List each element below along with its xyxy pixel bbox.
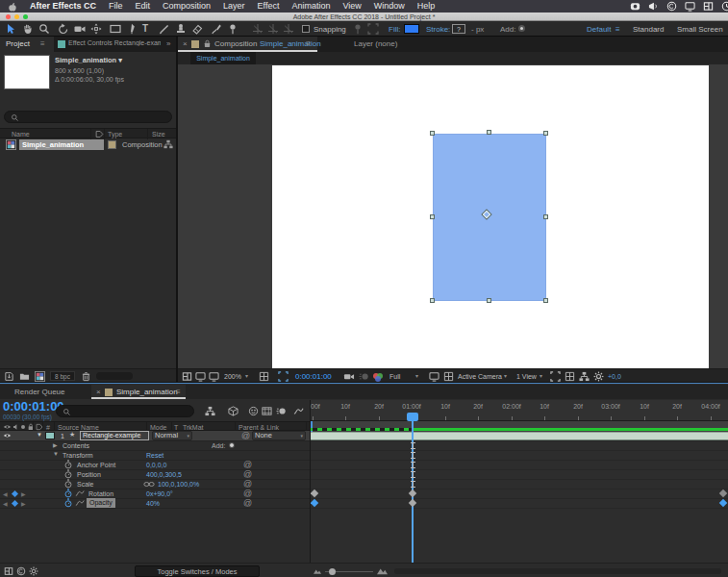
opacity-label[interactable]: Opacity xyxy=(87,498,115,508)
rotation-keyframe-start[interactable] xyxy=(311,489,318,497)
exposure-grid-icon[interactable] xyxy=(565,371,575,382)
column-size[interactable]: Size xyxy=(152,130,165,138)
hand-tool[interactable] xyxy=(22,23,34,35)
camera-tool[interactable] xyxy=(74,23,86,35)
selection-handle-bottom-center[interactable] xyxy=(487,298,491,303)
local-axis-mode-icon[interactable] xyxy=(252,23,264,35)
new-folder-icon[interactable] xyxy=(19,371,30,382)
layer-duration-bar[interactable] xyxy=(311,432,728,440)
menu-item-file[interactable]: File xyxy=(109,1,123,12)
opacity-keyframe-1s[interactable] xyxy=(409,499,416,507)
layer-row[interactable]: ▼ 1 ★ Rectangle-example Normal ▾ @ None … xyxy=(0,431,310,440)
composition-canvas[interactable] xyxy=(272,65,709,368)
transform-reset-button[interactable]: Reset xyxy=(146,451,163,460)
opacity-keyframe-start[interactable] xyxy=(311,499,318,507)
tab-composition[interactable]: × Composition Simple_animation ≡ xyxy=(178,37,317,52)
traffic-light-minimize[interactable] xyxy=(14,14,19,19)
comp-tab-close-icon[interactable]: × xyxy=(183,39,188,49)
selection-handle-top-right[interactable] xyxy=(543,131,548,136)
selection-handle-top-left[interactable] xyxy=(430,131,435,136)
type-tool[interactable]: T xyxy=(142,23,148,34)
property-row-rotation[interactable]: ◀ ▶ Rotation 0x+90,0° @ xyxy=(0,489,310,498)
camera-view-select[interactable]: Active Camera xyxy=(458,372,502,381)
stroke-width-value[interactable]: - px xyxy=(471,25,484,35)
selection-handle-top-center[interactable] xyxy=(487,130,491,135)
hide-shy-layers-icon[interactable] xyxy=(248,406,259,416)
timeline-search-input[interactable] xyxy=(56,405,194,417)
contents-label[interactable]: Contents xyxy=(63,441,89,450)
timeline-tab-close-icon[interactable]: × xyxy=(96,388,101,397)
transform-label[interactable]: Transform xyxy=(63,451,93,460)
world-axis-mode-icon[interactable] xyxy=(267,23,279,35)
comp-viewer[interactable] xyxy=(178,64,728,368)
timeline-graph-area[interactable]: 0:00f 10f 20f 01:00f 10f 20f 02:00f 10f … xyxy=(311,400,728,563)
rotation-tool[interactable] xyxy=(58,23,69,35)
selection-handle-bottom-right[interactable] xyxy=(543,298,548,303)
selection-handle-mid-right[interactable] xyxy=(543,214,548,219)
layer-visibility-eye-icon[interactable] xyxy=(3,433,12,439)
selection-handle-mid-left[interactable] xyxy=(430,214,435,219)
toggle-switches-modes-button[interactable]: Toggle Switches / Modes xyxy=(135,565,260,577)
position-stopwatch-icon[interactable] xyxy=(63,469,73,479)
workspace-small-screen[interactable]: Small Screen xyxy=(677,25,723,35)
opacity-keyframe-offscreen[interactable] xyxy=(719,499,727,507)
frame-blending-icon[interactable] xyxy=(262,406,272,416)
project-item-label-swatch[interactable] xyxy=(108,140,116,149)
tab-effect-controls[interactable]: Effect Controls Rectangle-examp xyxy=(55,37,163,52)
exposure-gear-icon[interactable] xyxy=(593,371,604,382)
mini-flowchart-icon[interactable] xyxy=(579,371,590,382)
property-row-anchor-point[interactable]: Anchor Point 0,0,0,0 @ xyxy=(0,460,310,469)
pixel-aspect-icon[interactable] xyxy=(550,371,561,382)
transparency-grid-icon[interactable] xyxy=(443,371,454,382)
opacity-add-keyframe-diamond[interactable] xyxy=(12,499,18,506)
motion-blur-icon[interactable] xyxy=(276,406,287,416)
rectangle-tool[interactable] xyxy=(110,23,121,35)
camera-caret-icon[interactable]: ▾ xyxy=(504,372,507,379)
rotation-keyframe-1s[interactable] xyxy=(409,489,416,497)
pan-behind-tool[interactable] xyxy=(90,23,102,35)
selection-tool[interactable] xyxy=(5,23,16,35)
zoom-out-mountain-icon[interactable] xyxy=(314,568,321,574)
column-name[interactable]: Name xyxy=(12,130,30,138)
comp-panel-menu-icon[interactable]: ≡ xyxy=(306,39,311,49)
anchor-point-label[interactable]: Anchor Point xyxy=(77,461,115,469)
menu-item-window[interactable]: Window xyxy=(374,1,405,12)
region-of-interest-icon[interactable] xyxy=(278,371,289,382)
expand-layer-switches-icon[interactable] xyxy=(4,566,13,576)
draft-3d-icon[interactable] xyxy=(228,406,238,416)
fill-color-swatch[interactable] xyxy=(404,24,419,34)
property-row-opacity[interactable]: ◀ ▶ Opacity 40% @ xyxy=(0,498,310,508)
anchor-point-stopwatch-icon[interactable] xyxy=(63,460,73,469)
tab-project[interactable]: Project ≡ xyxy=(0,37,54,52)
scale-value[interactable]: 100,0,100,0% xyxy=(158,480,199,489)
comp-mini-flowchart-icon[interactable] xyxy=(205,406,215,416)
opacity-graph-icon[interactable] xyxy=(75,498,85,508)
rulers-grid-icon[interactable] xyxy=(259,371,269,382)
add-shape-button[interactable] xyxy=(518,25,525,32)
expand-inout-columns-icon[interactable] xyxy=(29,566,38,576)
workspace-default[interactable]: Default xyxy=(587,25,611,35)
rotation-stopwatch-icon[interactable] xyxy=(63,489,73,498)
rotation-label[interactable]: Rotation xyxy=(88,489,113,498)
transform-group-row[interactable]: ▼ Transform Reset xyxy=(0,450,310,460)
layer-name-field[interactable]: Rectangle-example xyxy=(80,431,149,440)
tab-timeline-comp[interactable]: × Simple_animation ≡ xyxy=(91,385,186,399)
creative-cloud-icon[interactable] xyxy=(666,1,677,12)
timeline-horizontal-scrollbar[interactable] xyxy=(394,568,721,574)
menu-item-edit[interactable]: Edit xyxy=(136,1,151,12)
fill-label[interactable]: Fill: xyxy=(389,25,400,35)
scale-link-icon[interactable] xyxy=(143,481,155,488)
interpret-footage-icon[interactable] xyxy=(4,371,14,382)
comp-network-icon[interactable] xyxy=(163,139,173,149)
menu-app-name[interactable]: After Effects CC xyxy=(30,1,96,12)
property-row-position[interactable]: Position 400,0,300,5 @ xyxy=(0,469,310,479)
project-panel-menu-icon[interactable]: ≡ xyxy=(40,39,45,49)
video-column-eye-icon[interactable] xyxy=(3,424,12,430)
clock-icon[interactable] xyxy=(721,1,728,12)
project-item-name[interactable]: Simple_animation xyxy=(19,139,104,150)
fast-previews-icon[interactable] xyxy=(429,371,439,382)
tab-layer[interactable]: Layer (none) xyxy=(354,39,397,49)
primary-viewer-icon[interactable] xyxy=(195,371,206,382)
opacity-value[interactable]: 40% xyxy=(146,499,160,508)
snapping-label[interactable]: Snapping xyxy=(314,25,346,35)
